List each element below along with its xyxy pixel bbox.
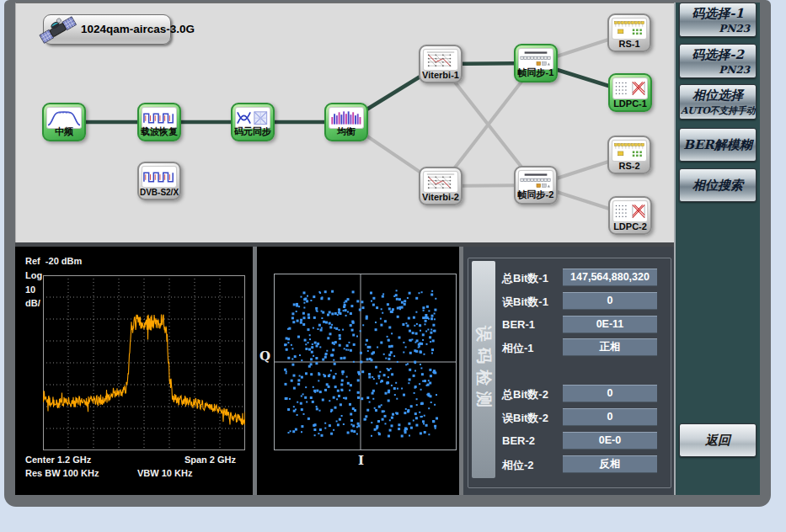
node-equalizer-label: 均衡	[323, 125, 369, 138]
phase-search-label: 相位搜索	[692, 178, 743, 194]
rs-tree-icon	[612, 18, 647, 40]
node-carrier-recovery-label: 载波恢复	[136, 125, 182, 138]
pipeline-panel: 1024qam-aircas-3.0G	[15, 3, 674, 242]
phase-search-button[interactable]: 相位搜索	[679, 168, 757, 202]
spectrum-display: Ref -20 dBm Log 10 dB/ Center 1.2 GHz Sp…	[15, 247, 253, 495]
node-viterbi-2[interactable]: Viterbi-2	[419, 167, 463, 205]
phase-1-value: 正相	[563, 338, 657, 356]
node-ldpc-1-label: LDPC-1	[607, 98, 653, 109]
back-button-label: 返回	[705, 433, 730, 449]
node-viterbi-2-label: Viterbi-2	[418, 192, 463, 202]
ber-side-strip: 误码检测	[472, 261, 495, 478]
phase-2-label: 相位-2	[502, 458, 534, 473]
code-select-2-label: 码选择-2	[680, 47, 756, 63]
node-carrier-recovery[interactable]: 载波恢复	[137, 103, 181, 141]
ber-1-value: 0E-11	[563, 316, 657, 333]
code-select-1-button[interactable]: 码选择-1 PN23	[679, 3, 757, 37]
constellation-plot	[274, 274, 457, 450]
ber-deambiguity-label: BER解模糊	[683, 137, 752, 153]
node-rs-1-label: RS-1	[607, 39, 652, 49]
node-dvb-s2x-label: DVB-S2/X	[136, 188, 182, 197]
satellite-icon	[39, 11, 78, 50]
node-equalizer[interactable]: 均衡	[324, 103, 368, 141]
trellis-icon	[423, 49, 458, 71]
rbw-label: Res BW 100 KHz	[25, 468, 99, 478]
node-frame-sync-2-label: 帧同步-2	[513, 189, 559, 201]
sidebar: 码选择-1 PN23 码选择-2 PN23 相位选择 AUTO不支持手动 BER…	[674, 3, 760, 495]
ref-level-label: Ref -20 dBm	[25, 256, 82, 266]
total-bits-1-label: 总Bit数-1	[502, 271, 548, 286]
i-axis-label: I	[358, 453, 364, 468]
node-dvb-s2x[interactable]: DVB-S2/X	[137, 162, 181, 200]
scale-label-log: Log	[25, 270, 42, 280]
node-frame-sync-1-label: 帧同步-1	[513, 66, 559, 79]
node-frame-sync-2[interactable]: 帧同步-2	[514, 166, 558, 205]
phase-2-value: 反相	[563, 455, 657, 473]
ber-deambiguity-button[interactable]: BER解模糊	[679, 128, 757, 162]
rs-tree-icon	[612, 140, 647, 162]
node-viterbi-1[interactable]: Viterbi-1	[419, 45, 463, 83]
q-axis-label: Q	[259, 348, 270, 364]
ldpc-graph-icon	[612, 200, 648, 222]
node-rs-2-label: RS-2	[607, 161, 652, 171]
total-bits-2-label: 总Bit数-2	[502, 387, 548, 402]
scale-label-10: 10	[25, 285, 35, 295]
node-rs-2[interactable]: RS-2	[607, 136, 651, 174]
node-ldpc-2-label: LDPC-2	[607, 221, 653, 231]
total-bits-1-value: 147,564,880,320	[563, 269, 657, 286]
squarewave-icon	[142, 166, 177, 188]
ber-panel: 误码检测 总Bit数-1 147,564,880,320 误Bit数-1 0 B…	[463, 247, 674, 495]
phase-1-label: 相位-1	[502, 341, 534, 356]
error-bits-1-label: 误Bit数-1	[502, 295, 548, 310]
signal-profile-label: 1024qam-aircas-3.0G	[81, 23, 195, 35]
scale-label-db: dB/	[25, 298, 40, 308]
application-window: 1024qam-aircas-3.0G	[0, 0, 786, 532]
ldpc-graph-icon	[612, 77, 648, 99]
total-bits-2-value: 0	[563, 385, 657, 402]
node-symbol-sync[interactable]: 码元同步	[231, 103, 275, 141]
node-viterbi-1-label: Viterbi-1	[418, 70, 463, 80]
code-select-2-value: PN23	[680, 64, 756, 76]
node-rs-1[interactable]: RS-1	[607, 13, 651, 52]
node-frame-sync-1[interactable]: 帧同步-1	[514, 44, 558, 82]
node-if[interactable]: 中频	[42, 103, 86, 141]
node-ldpc-2[interactable]: LDPC-2	[608, 196, 652, 235]
vbw-label: VBW 10 KHz	[137, 468, 192, 478]
ber-2-value: 0E-0	[563, 432, 657, 450]
back-button[interactable]: 返回	[679, 423, 757, 457]
code-select-1-value: PN23	[680, 23, 756, 35]
ber-side-label: 误码检测	[473, 326, 495, 413]
trellis-icon	[423, 171, 458, 193]
error-bits-1-value: 0	[563, 292, 657, 310]
error-bits-2-value: 0	[563, 408, 657, 426]
constellation-dots	[284, 290, 438, 437]
error-bits-2-label: 误Bit数-2	[502, 411, 548, 426]
node-symbol-sync-label: 码元同步	[230, 125, 275, 138]
code-select-1-label: 码选择-1	[680, 6, 756, 22]
ber-1-label: BER-1	[502, 318, 535, 331]
ber-2-label: BER-2	[502, 434, 535, 447]
node-if-label: 中频	[41, 125, 87, 138]
code-select-2-button[interactable]: 码选择-2 PN23	[679, 44, 757, 78]
center-freq-label: Center 1.2 GHz	[25, 455, 91, 465]
node-ldpc-1[interactable]: LDPC-1	[608, 73, 652, 112]
span-label: Span 2 GHz	[184, 455, 236, 465]
constellation-display: Q I	[257, 247, 459, 495]
spectrum-plot	[43, 275, 245, 450]
phase-select-label: 相位选择	[680, 88, 756, 104]
phase-select-value: AUTO不支持手动	[680, 104, 756, 117]
signal-profile-button[interactable]: 1024qam-aircas-3.0G	[43, 14, 171, 45]
phase-select-button[interactable]: 相位选择 AUTO不支持手动	[679, 84, 757, 120]
